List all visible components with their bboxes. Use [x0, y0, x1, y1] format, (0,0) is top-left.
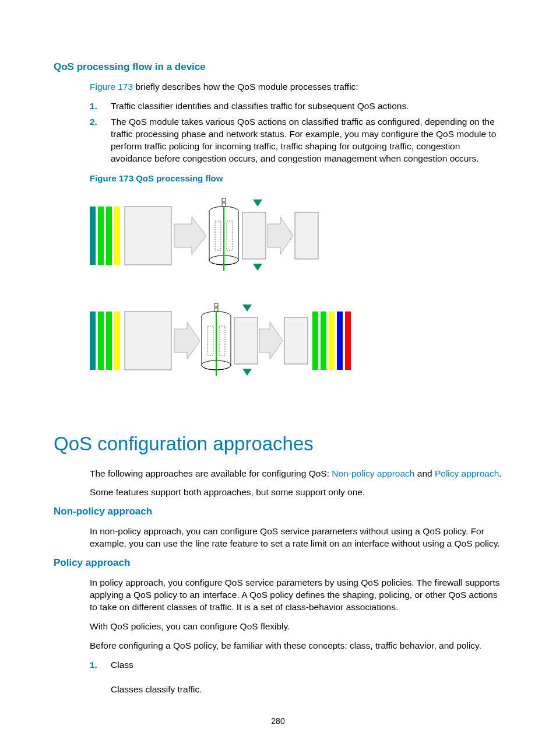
list-subtext: Classes classify traffic. [111, 684, 202, 694]
policy-p3: Before configuring a QoS policy, be fami… [90, 640, 502, 652]
intro-text: briefly describes how the QoS module pro… [133, 82, 358, 92]
svg-rect-19 [114, 312, 120, 370]
svg-rect-33 [321, 312, 326, 370]
flow-svg [90, 189, 370, 399]
svg-rect-17 [98, 312, 104, 370]
svg-rect-1 [98, 206, 104, 265]
svg-rect-35 [337, 312, 343, 370]
qos-flow-diagram [90, 189, 502, 399]
svg-rect-24 [214, 303, 218, 307]
text: . [499, 468, 501, 478]
list-item: 1. Traffic classifier identifies and cla… [90, 100, 502, 113]
list-item: 1. Class Classes classify traffic. [90, 659, 502, 696]
list-number: 2. [90, 116, 111, 165]
svg-marker-29 [242, 369, 252, 376]
svg-rect-4 [125, 206, 171, 265]
intro-paragraph: Figure 173 briefly describes how the QoS… [90, 81, 502, 93]
list-number: 1. [90, 659, 111, 696]
svg-rect-15 [295, 212, 318, 259]
svg-rect-18 [106, 312, 112, 370]
svg-rect-32 [312, 312, 318, 370]
text: and [414, 468, 434, 478]
svg-rect-25 [214, 308, 218, 312]
heading-nonpolicy: Non-policy approach [54, 506, 502, 517]
list-text: The QoS module takes various QoS actions… [111, 116, 502, 165]
svg-rect-3 [114, 206, 120, 265]
nonpolicy-link[interactable]: Non-policy approach [332, 468, 414, 478]
svg-rect-0 [90, 206, 96, 265]
process-list: 1. Traffic classifier identifies and cla… [90, 100, 502, 165]
heading-policy: Policy approach [54, 557, 502, 569]
policy-p1: In policy approach, you configure QoS se… [90, 577, 502, 614]
config-intro: The following approaches are available f… [90, 468, 502, 480]
policy-p2: With QoS policies, you can configure QoS… [90, 621, 502, 633]
heading-qos-config: QoS configuration approaches [54, 433, 502, 455]
list-number: 1. [90, 100, 111, 113]
figure-caption: Figure 173 QoS processing flow [90, 173, 502, 183]
svg-rect-8 [222, 198, 226, 202]
svg-rect-9 [222, 203, 226, 206]
figure-ref-link[interactable]: Figure 173 [90, 82, 133, 92]
config-p2: Some features support both approaches, b… [90, 487, 502, 499]
svg-rect-31 [284, 317, 308, 364]
svg-rect-20 [125, 312, 171, 370]
list-item: 2. The QoS module takes various QoS acti… [90, 116, 502, 165]
svg-rect-2 [106, 206, 112, 265]
page-number: 280 [0, 716, 556, 726]
list-text: Class [111, 660, 133, 670]
svg-rect-14 [242, 212, 266, 259]
svg-marker-28 [242, 304, 252, 312]
svg-rect-34 [329, 312, 335, 370]
heading-qos-flow: QoS processing flow in a device [54, 61, 502, 73]
text: The following approaches are available f… [90, 468, 332, 478]
nonpolicy-p1: In non-policy approach, you can configur… [90, 526, 502, 550]
svg-marker-13 [253, 264, 262, 271]
list-text: Traffic classifier identifies and classi… [111, 100, 502, 113]
svg-rect-16 [90, 312, 96, 370]
svg-rect-36 [345, 312, 351, 370]
svg-rect-30 [234, 317, 258, 364]
concept-list: 1. Class Classes classify traffic. [90, 659, 502, 696]
svg-marker-12 [253, 200, 262, 206]
policy-link[interactable]: Policy approach [435, 468, 499, 478]
